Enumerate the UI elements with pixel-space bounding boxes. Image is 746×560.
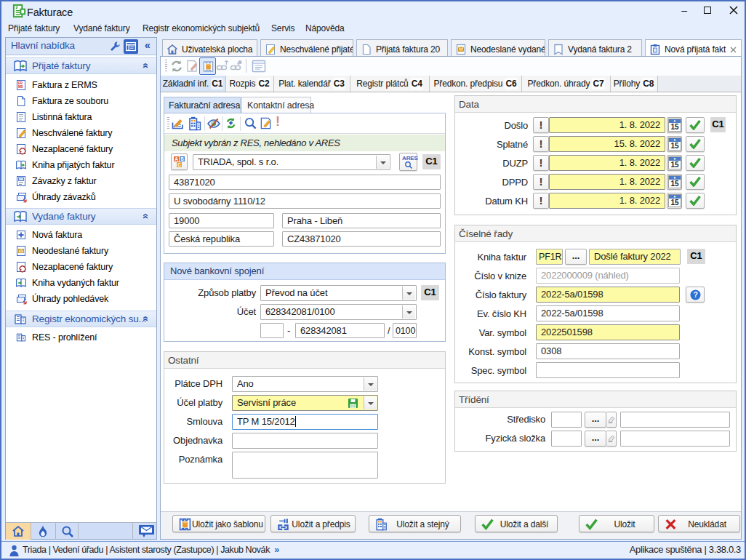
svg-text:A: A <box>175 156 178 161</box>
svg-text:15: 15 <box>670 123 678 131</box>
svg-text:15: 15 <box>670 199 678 207</box>
svg-text:?: ? <box>693 290 697 299</box>
svg-text:MS: MS <box>18 85 23 89</box>
svg-text:B: B <box>180 156 184 161</box>
svg-text:C: C <box>177 162 181 167</box>
svg-text:15: 15 <box>670 161 678 169</box>
svg-text:15: 15 <box>670 142 678 150</box>
svg-text:15: 15 <box>670 180 678 188</box>
